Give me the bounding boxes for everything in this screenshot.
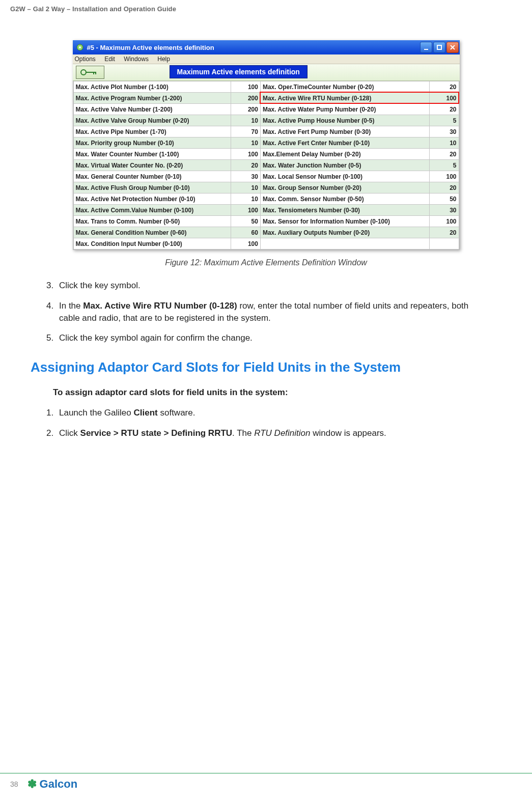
cell-label: Max. Active Plot Number (1-100): [73, 81, 231, 93]
table-row: Max. Active Flush Group Number (0-10)10M…: [73, 182, 459, 193]
table-row: Max. Priority group Number (0-10)10Max. …: [73, 137, 459, 149]
menu-windows[interactable]: Windows: [124, 56, 149, 63]
cell-value[interactable]: 100: [231, 205, 261, 216]
page-number: 38: [10, 780, 18, 788]
cell-value[interactable]: 20: [429, 182, 459, 193]
cell-value[interactable]: 100: [429, 216, 459, 227]
cell-label: Max. Active Fert Cnter Number (0-10): [260, 137, 429, 149]
menu-bar: Options Edit Windows Help: [73, 54, 460, 64]
table-row: Max. Active Valve Group Number (0-20)10M…: [73, 115, 459, 126]
cell-label: Max. Comm. Sensor Number (0-50): [260, 193, 429, 205]
cell-label: Max. Auxliary Outputs Number (0-20): [260, 227, 429, 238]
s1-bold: Client: [134, 408, 158, 418]
cell-value[interactable]: 100: [429, 93, 459, 104]
cell-label: Max. Condition Input Number (0-100): [73, 238, 231, 249]
cell-value[interactable]: 20: [429, 149, 459, 160]
step-3: Click the key symbol.: [56, 280, 491, 292]
cell-label: Max. Water Junction Number (0-5): [260, 160, 429, 171]
table-row: Max. Active Net Protection Number (0-10)…: [73, 193, 459, 205]
cell-value[interactable]: 10: [231, 182, 261, 193]
cell-value[interactable]: 20: [429, 104, 459, 115]
s2-bold: Service > RTU state > Defining RRTU: [80, 428, 233, 438]
cell-label: Max. Active Wire RTU Number (0-128): [260, 93, 429, 104]
brand-text: Galcon: [40, 778, 78, 791]
window-titlebar[interactable]: #5 - Maximum Active elements definition: [73, 40, 460, 54]
cell-value: [429, 238, 459, 249]
cell-value[interactable]: 200: [231, 93, 261, 104]
section-heading: Assigning Adaptor Card Slots for Field U…: [31, 359, 501, 375]
steps-list-a: Click the key symbol. In the Max. Active…: [53, 280, 491, 344]
figure-caption: Figure 12: Maximum Active Elements Defin…: [31, 258, 501, 267]
step-b2: Click Service > RTU state > Defining RRT…: [56, 427, 491, 439]
svg-rect-2: [424, 49, 428, 50]
window-title: #5 - Maximum Active elements definition: [87, 44, 420, 51]
cell-value[interactable]: 100: [231, 149, 261, 160]
cell-value[interactable]: 100: [231, 81, 261, 93]
cell-value[interactable]: 10: [231, 137, 261, 149]
cell-value[interactable]: 30: [231, 171, 261, 182]
cell-value[interactable]: 50: [429, 193, 459, 205]
app-icon: [76, 43, 84, 51]
brand-logo: ✽Galcon: [27, 778, 78, 791]
close-button[interactable]: [446, 42, 459, 53]
cell-label: Max. Group Sensor Number (0-20): [260, 182, 429, 193]
cell-value[interactable]: 30: [429, 126, 459, 137]
s1-post: software.: [158, 408, 195, 418]
menu-options[interactable]: Options: [75, 56, 96, 63]
table-row: Max. Active Plot Number (1-100)100Max. O…: [73, 81, 459, 93]
table-row: Max. Water Counter Number (1-100)100Max.…: [73, 149, 459, 160]
s2-post2: window is appears.: [310, 428, 386, 438]
step-5: Click the key symbol again for confirm t…: [56, 332, 491, 344]
minimize-button[interactable]: [420, 42, 432, 53]
cell-label: Max. Active Water Pump Number (0-20): [260, 104, 429, 115]
cell-value[interactable]: 200: [231, 104, 261, 115]
cell-label: Max. Active Fert Pump Number (0-30): [260, 126, 429, 137]
cell-value[interactable]: 5: [429, 115, 459, 126]
step-4: In the Max. Active Wire RTU Number (0-12…: [56, 300, 491, 324]
cell-label: Max. Active Valve Group Number (0-20): [73, 115, 231, 126]
svg-point-4: [81, 70, 86, 75]
cell-value[interactable]: 60: [231, 227, 261, 238]
cell-value[interactable]: 10: [231, 115, 261, 126]
cell-label: Max. Active Valve Number (1-200): [73, 104, 231, 115]
cell-value[interactable]: 70: [231, 126, 261, 137]
cell-label: Max. Virtual Water Counter No. (0-20): [73, 160, 231, 171]
cell-value[interactable]: 50: [231, 216, 261, 227]
table-row: Max. Active Valve Number (1-200)200Max. …: [73, 104, 459, 115]
table-row: Max. Trans to Comm. Number (0-50)50Max. …: [73, 216, 459, 227]
cell-label: Max. Active Program Number (1-200): [73, 93, 231, 104]
section-intro: To assign adaptor card slots for field u…: [53, 387, 491, 398]
cell-value[interactable]: 100: [231, 238, 261, 249]
cell-label: Max. Sensor for Information Number (0-10…: [260, 216, 429, 227]
toolbar: Maximum Active elements definition: [73, 64, 460, 81]
table-row: Max. Active Program Number (1-200)200Max…: [73, 93, 459, 104]
cell-label: Max. Active Comm.Value Number (0-100): [73, 205, 231, 216]
elements-table: Max. Active Plot Number (1-100)100Max. O…: [73, 81, 459, 249]
cell-value[interactable]: 30: [429, 205, 459, 216]
cell-value[interactable]: 5: [429, 160, 459, 171]
s2-italic: RTU Definition: [254, 428, 310, 438]
svg-rect-3: [437, 45, 441, 49]
cell-value[interactable]: 20: [429, 81, 459, 93]
cell-label: Max. General Counter Number (0-10): [73, 171, 231, 182]
menu-edit[interactable]: Edit: [104, 56, 115, 63]
cell-label: Max. General Condition Number (0-60): [73, 227, 231, 238]
cell-value[interactable]: 100: [429, 171, 459, 182]
s2-post1: . The: [232, 428, 254, 438]
cell-value[interactable]: 10: [231, 193, 261, 205]
menu-help[interactable]: Help: [157, 56, 170, 63]
cell-label: Max. Active Pipe Number (1-70): [73, 126, 231, 137]
page-footer: 38 ✽Galcon: [0, 773, 532, 791]
cell-value[interactable]: 20: [429, 227, 459, 238]
cell-label: Max. Active Flush Group Number (0-10): [73, 182, 231, 193]
maximize-button[interactable]: [433, 42, 445, 53]
table-row: Max. Virtual Water Counter No. (0-20)20M…: [73, 160, 459, 171]
cell-label: Max. Local Sensor Number (0-100): [260, 171, 429, 182]
steps-list-b: Launch the Galileo Client software. Clic…: [53, 407, 491, 439]
step-4-bold: Max. Active Wire RTU Number (0-128): [83, 301, 237, 311]
key-button[interactable]: [76, 66, 104, 79]
table-row: Max. General Counter Number (0-10)30Max.…: [73, 171, 459, 182]
svg-rect-6: [93, 72, 94, 74]
cell-value[interactable]: 20: [231, 160, 261, 171]
cell-value[interactable]: 10: [429, 137, 459, 149]
